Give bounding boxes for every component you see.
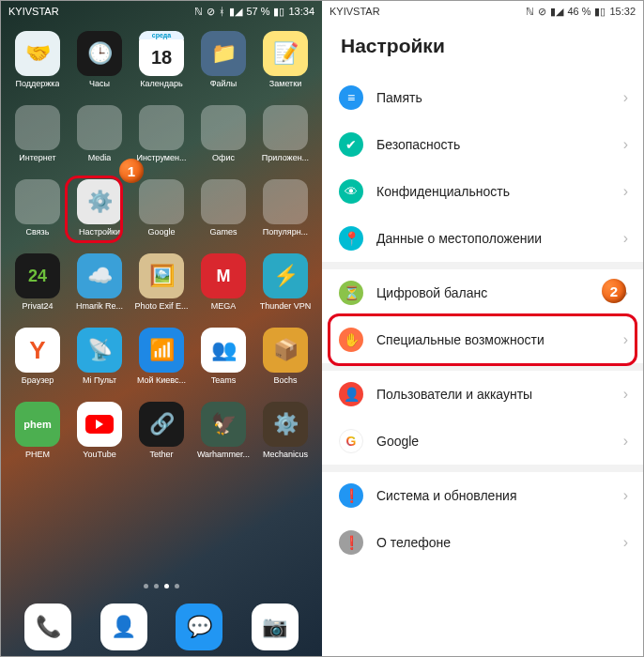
app-hmarik re...[interactable]: ☁️Hmarik Re... <box>70 253 129 311</box>
app-календарь[interactable]: среда18Календарь <box>132 31 191 88</box>
settings-label: Google <box>376 434 610 449</box>
statusbar-right: KYIVSTAR ℕ ⊘ ▮◢ 46 % ▮▯ 15:32 <box>322 1 643 22</box>
app-icon: 🖼️ <box>139 253 184 298</box>
app-интернет[interactable]: Интернет <box>8 105 67 162</box>
dnd-icon: ⊘ <box>207 6 215 18</box>
battery-icon: ▮▯ <box>273 6 284 18</box>
app-label: Браузер <box>22 375 54 385</box>
settings-item-shield[interactable]: ✔Безопасность› <box>322 121 643 168</box>
app-label: Media <box>88 153 112 162</box>
app-label: Games <box>209 227 237 237</box>
carrier: KYIVSTAR <box>330 6 380 17</box>
app-icon <box>263 179 308 224</box>
app-браузер[interactable]: YБраузер <box>8 328 67 385</box>
app-label: Thunder VPN <box>260 301 312 311</box>
clock: 13:34 <box>288 6 314 17</box>
app-поддержка[interactable]: 🤝Поддержка <box>8 31 67 88</box>
app-icon <box>201 179 246 224</box>
app-label: MEGA <box>211 301 237 311</box>
settings-item-google[interactable]: GGoogle› <box>322 418 643 465</box>
chevron-right-icon: › <box>623 487 628 504</box>
app-офис[interactable]: Офис <box>194 105 253 162</box>
bt-icon: ᚼ <box>219 6 225 17</box>
nfc-icon: ℕ <box>526 6 534 18</box>
app-games[interactable]: Games <box>194 179 253 237</box>
app-privat24[interactable]: 24Privat24 <box>8 253 67 311</box>
app-label: Bochs <box>273 375 297 385</box>
app-icon <box>201 105 246 150</box>
app-label: Заметки <box>269 79 301 88</box>
app-популярн...[interactable]: Популярн... <box>256 179 314 237</box>
dock-camera[interactable]: 📷 <box>252 604 299 650</box>
settings-item-balance[interactable]: ⏳Цифровой баланс› <box>322 269 643 316</box>
settings-item-eye[interactable]: 👁Конфиденциальность› <box>322 168 643 215</box>
dock-phone[interactable]: 📞 <box>24 604 71 650</box>
app-мой киевс...[interactable]: 📶Мой Киевс... <box>132 328 191 385</box>
settings-item-storage[interactable]: ≡Память› <box>322 74 643 121</box>
app-icon: 📡 <box>77 328 122 373</box>
app-label: Популярн... <box>263 227 308 237</box>
app-photo exif e...[interactable]: 🖼️Photo Exif E... <box>132 253 191 311</box>
app-media[interactable]: Media <box>70 105 129 162</box>
nfc-icon: ℕ <box>194 6 203 18</box>
app-teams[interactable]: 👥Teams <box>194 328 253 385</box>
settings-list: ≡Память›✔Безопасность›👁Конфиденциальност… <box>322 74 643 566</box>
app-настройки[interactable]: ⚙️Настройки1 <box>70 179 129 237</box>
app-файлы[interactable]: 📁Файлы <box>194 31 253 88</box>
chevron-right-icon: › <box>623 534 628 551</box>
app-приложен...[interactable]: Приложен... <box>256 105 314 162</box>
app-инструмен...[interactable]: Инструмен... <box>132 105 191 162</box>
chevron-right-icon: › <box>623 230 628 247</box>
home-screen: KYIVSTAR ℕ ⊘ ᚼ ▮◢ 57 % ▮▯ 13:34 🤝Поддерж… <box>1 1 322 657</box>
dock-contacts[interactable]: 👤 <box>100 604 147 650</box>
dock-messages[interactable]: 💬 <box>176 604 222 650</box>
app-label: Поддержка <box>16 79 60 88</box>
marker-2: 2 <box>602 279 626 303</box>
settings-label: Цифровой баланс <box>376 285 610 300</box>
dock: 📞👤💬📷 <box>1 604 322 650</box>
app-label: Warhammer... <box>197 450 250 459</box>
app-icon: ☁️ <box>77 253 122 298</box>
app-mechanicus[interactable]: ⚙️Mechanicus <box>256 402 314 459</box>
app-phem[interactable]: phemPHEM <box>8 402 67 459</box>
app-связь[interactable]: Связь <box>8 179 67 237</box>
settings-item-system[interactable]: ❗Система и обновления› <box>322 472 643 519</box>
settings-item-phone[interactable]: ❗О телефоне› <box>322 519 643 566</box>
battery-pct: 57 % <box>246 6 269 17</box>
app-google[interactable]: Google <box>132 179 191 237</box>
app-icon: 👥 <box>201 328 246 373</box>
battery-icon: ▮▯ <box>594 6 606 18</box>
balance-icon: ⏳ <box>339 281 363 305</box>
app-tether[interactable]: 🔗Tether <box>132 402 191 459</box>
app-icon <box>77 402 122 447</box>
settings-item-pin[interactable]: 📍Данные о местоположении› <box>322 215 643 262</box>
app-заметки[interactable]: 📝Заметки <box>256 31 314 88</box>
settings-item-hand[interactable]: ✋Специальные возможности›2 <box>322 316 643 363</box>
app-icon: 🕒 <box>77 31 122 76</box>
chevron-right-icon: › <box>623 183 628 200</box>
user-icon: 👤 <box>339 382 363 406</box>
app-warhammer...[interactable]: 🦅Warhammer... <box>194 402 253 459</box>
app-youtube[interactable]: YouTube <box>70 402 129 459</box>
app-часы[interactable]: 🕒Часы <box>70 31 129 88</box>
chevron-right-icon: › <box>623 136 628 153</box>
settings-item-user[interactable]: 👤Пользователи и аккаунты› <box>322 371 643 418</box>
app-bochs[interactable]: 📦Bochs <box>256 328 314 385</box>
highlight-settings-app <box>65 176 123 243</box>
settings-label: Конфиденциальность <box>376 184 610 199</box>
app-mega[interactable]: MMEGA <box>194 253 253 311</box>
phone-icon: 📞 <box>24 604 71 650</box>
app-label: Photo Exif E... <box>134 301 188 311</box>
camera-icon: 📷 <box>252 604 299 650</box>
settings-label: Система и обновления <box>376 488 610 503</box>
app-mi пульт[interactable]: 📡Mi Пульт <box>70 328 129 385</box>
google-icon: G <box>339 429 363 453</box>
app-label: Интернет <box>19 153 55 162</box>
app-icon <box>77 105 122 150</box>
page-indicator <box>1 584 322 588</box>
settings-label: Пользователи и аккаунты <box>376 387 610 402</box>
app-thunder vpn[interactable]: ⚡Thunder VPN <box>256 253 314 311</box>
settings-label: Данные о местоположении <box>376 231 610 246</box>
app-icon <box>263 105 308 150</box>
app-icon <box>139 179 184 224</box>
